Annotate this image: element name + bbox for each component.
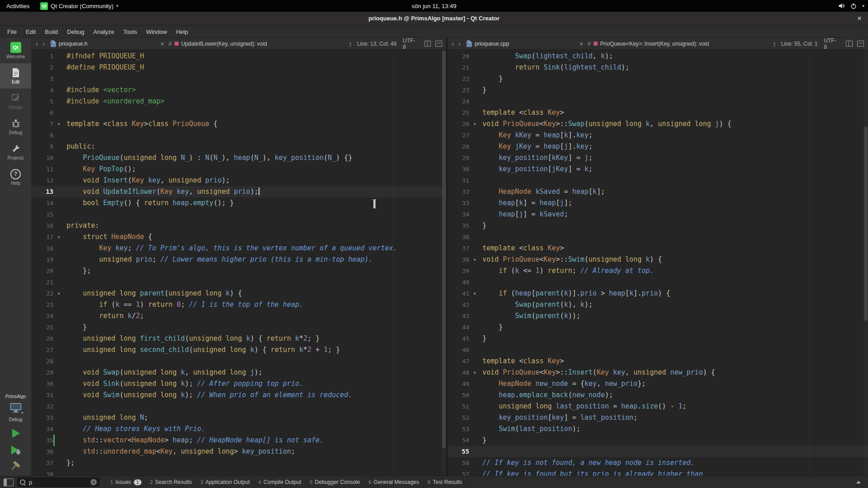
line-number[interactable]: 21 bbox=[34, 277, 53, 288]
code-line[interactable]: 30 key_position[jKey] = k; bbox=[448, 164, 868, 175]
line-number[interactable]: 49 bbox=[450, 378, 469, 389]
forward-button[interactable]: › bbox=[457, 38, 462, 49]
line-number[interactable]: 37 bbox=[450, 243, 469, 254]
split-editor-button[interactable] bbox=[846, 41, 853, 47]
system-tray[interactable]: ▾ bbox=[838, 0, 864, 12]
line-number[interactable]: 53 bbox=[450, 423, 469, 435]
line-number[interactable]: 35 bbox=[34, 435, 53, 446]
code-line[interactable]: 42 Swap(parent(k), k); bbox=[448, 299, 868, 310]
line-number[interactable]: 30 bbox=[34, 378, 53, 389]
line-number[interactable]: 4 bbox=[34, 84, 53, 96]
code-line[interactable]: 15 bbox=[32, 209, 446, 220]
code-line[interactable]: 54} bbox=[448, 435, 868, 446]
line-number[interactable]: 25 bbox=[34, 322, 53, 333]
line-number[interactable]: 34 bbox=[34, 423, 53, 435]
window-close-button[interactable]: × bbox=[857, 12, 862, 25]
line-number[interactable]: 3 bbox=[34, 73, 53, 84]
code-editor[interactable]: 1#ifndef PRIOQUEUE_H2#define PRIOQUEUE_H… bbox=[32, 50, 446, 476]
code-line[interactable]: 57// If key is found but its prio is alr… bbox=[448, 469, 868, 476]
line-number[interactable]: 27 bbox=[34, 344, 53, 356]
line-number[interactable]: 44 bbox=[450, 322, 469, 333]
editor-options-button[interactable] bbox=[857, 41, 864, 47]
document-selector[interactable]: prioqueue.cpp bbox=[464, 39, 576, 48]
code-line[interactable]: 28 bbox=[32, 356, 446, 367]
line-number[interactable]: 39 bbox=[450, 265, 469, 277]
fold-marker-icon[interactable]: ▾ bbox=[469, 254, 480, 265]
line-number[interactable]: 50 bbox=[450, 389, 469, 401]
chevron-down-icon[interactable]: ▾ bbox=[862, 4, 864, 8]
back-button[interactable]: ‹ bbox=[450, 38, 455, 49]
fold-marker-icon[interactable]: ▾ bbox=[469, 118, 480, 130]
code-line[interactable]: 3 bbox=[32, 73, 446, 84]
fold-marker-icon[interactable]: ▾ bbox=[469, 367, 480, 378]
line-number[interactable]: 6 bbox=[34, 107, 53, 118]
build-button[interactable] bbox=[9, 460, 23, 474]
line-number[interactable]: 42 bbox=[450, 299, 469, 310]
line-number[interactable]: 24 bbox=[34, 310, 53, 322]
line-number[interactable]: 20 bbox=[450, 51, 469, 62]
line-number[interactable]: 51 bbox=[450, 401, 469, 412]
code-line[interactable]: 40 bbox=[448, 277, 868, 288]
line-col-indicator[interactable]: Line: 55, Col: 1 bbox=[781, 41, 818, 47]
output-pane-compile-output[interactable]: 4Compile Output bbox=[255, 476, 306, 488]
line-number[interactable]: 31 bbox=[450, 175, 469, 186]
line-number[interactable]: 43 bbox=[450, 310, 469, 322]
menu-window[interactable]: Window bbox=[142, 26, 171, 38]
code-line[interactable]: 1#ifndef PRIOQUEUE_H bbox=[32, 51, 446, 62]
code-line[interactable]: 6 bbox=[32, 107, 446, 118]
line-number[interactable]: 45 bbox=[450, 333, 469, 344]
code-line[interactable]: 16private: bbox=[32, 220, 446, 231]
code-line[interactable]: 37}; bbox=[32, 457, 446, 469]
line-number[interactable]: 36 bbox=[450, 231, 469, 243]
code-line[interactable]: 34 heap[j] = kSaved; bbox=[448, 209, 868, 220]
code-line[interactable]: 7▾template <class Key>class PrioQueue { bbox=[32, 118, 446, 130]
code-line[interactable]: 47template <class Key> bbox=[448, 356, 868, 367]
code-line[interactable]: 5#include <unordered_map> bbox=[32, 96, 446, 107]
line-number[interactable]: 48 bbox=[450, 367, 469, 378]
code-line[interactable]: 38 bbox=[32, 469, 446, 476]
code-line[interactable]: 24 return k/2; bbox=[32, 310, 446, 322]
code-line[interactable]: 31 bbox=[448, 175, 868, 186]
code-line[interactable]: 26▾void PrioQueue<Key>::Swap(unsigned lo… bbox=[448, 118, 868, 130]
output-pane-toggle-button[interactable] bbox=[853, 478, 864, 487]
menu-debug[interactable]: Debug bbox=[62, 26, 89, 38]
code-line[interactable]: 17▾ struct HeapNode { bbox=[32, 231, 446, 243]
code-line[interactable]: 2#define PRIOQUEUE_H bbox=[32, 62, 446, 73]
code-line[interactable]: 52 key_position[key] = last_position; bbox=[448, 412, 868, 423]
line-number[interactable]: 40 bbox=[450, 277, 469, 288]
close-document-button[interactable]: × bbox=[159, 38, 166, 49]
code-line[interactable]: 36 std::unordered_map<Key, unsigned long… bbox=[32, 446, 446, 457]
clock[interactable]: sön jun 11, 13:49 bbox=[0, 3, 868, 9]
code-line[interactable]: 41▾ if (heap[parent(k)].prio > heap[k].p… bbox=[448, 288, 868, 299]
line-number[interactable]: 55 bbox=[450, 446, 469, 457]
forward-button[interactable]: › bbox=[41, 38, 46, 49]
split-editor-button[interactable] bbox=[425, 41, 431, 47]
symbol-selector[interactable]: PrioQueue<Key>::Insert(Key, unsigned): v… bbox=[594, 39, 770, 48]
output-pane-debugger-console[interactable]: 5Debugger Console bbox=[306, 476, 364, 488]
code-line[interactable]: 9public: bbox=[32, 141, 446, 152]
volume-icon[interactable] bbox=[838, 3, 845, 9]
app-menu-button[interactable]: Qt Qt Creator (Community) ▾ bbox=[36, 2, 123, 10]
code-line[interactable]: 38▾void PrioQueue<Key>::Swim(unsigned lo… bbox=[448, 254, 868, 265]
line-number[interactable]: 33 bbox=[34, 412, 53, 423]
line-number[interactable]: 10 bbox=[34, 152, 53, 164]
code-line[interactable]: 51 unsigned long last_position = heap.si… bbox=[448, 401, 868, 412]
code-line[interactable]: 33 heap[k] = heap[j]; bbox=[448, 197, 868, 209]
line-number[interactable]: 14 bbox=[34, 197, 53, 209]
code-line[interactable]: 8 bbox=[32, 130, 446, 141]
line-number[interactable]: 28 bbox=[450, 141, 469, 152]
code-line[interactable]: 46 bbox=[448, 344, 868, 356]
menu-edit[interactable]: Edit bbox=[21, 26, 40, 38]
code-line[interactable]: 24 bbox=[448, 96, 868, 107]
code-line[interactable]: 19 unsigned prio; // Lower means higher … bbox=[32, 254, 446, 265]
code-line[interactable]: 48▾void PrioQueue<Key>::Insert(Key key, … bbox=[448, 367, 868, 378]
mode-edit[interactable]: Edit bbox=[0, 63, 31, 89]
line-number[interactable]: 34 bbox=[450, 209, 469, 220]
line-number[interactable]: 38 bbox=[34, 469, 53, 476]
run-button[interactable] bbox=[9, 426, 23, 441]
mode-projects[interactable]: Projects bbox=[0, 139, 31, 164]
code-line[interactable]: 29 void Swap(unsigned long k, unsigned l… bbox=[32, 367, 446, 378]
fold-marker-icon[interactable]: ▾ bbox=[53, 118, 64, 130]
menu-help[interactable]: Help bbox=[171, 26, 193, 38]
line-number[interactable]: 26 bbox=[450, 118, 469, 130]
